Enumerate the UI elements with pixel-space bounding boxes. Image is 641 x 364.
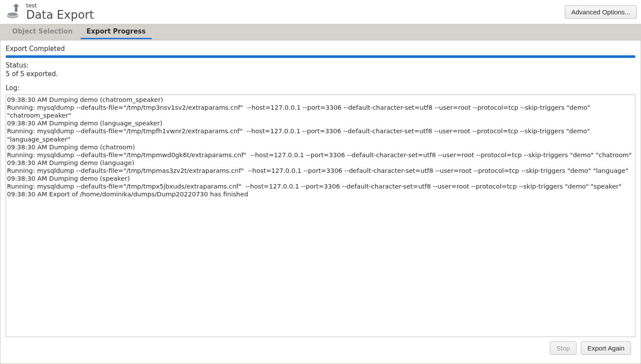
export-again-button[interactable]: Export Again bbox=[581, 341, 631, 355]
tab-export-progress[interactable]: Export Progress bbox=[80, 24, 153, 40]
svg-point-2 bbox=[8, 13, 17, 16]
stop-button[interactable]: Stop bbox=[550, 341, 577, 355]
status-label: Status: bbox=[6, 61, 635, 69]
data-export-window: test Data Export Advanced Options... Obj… bbox=[0, 0, 641, 364]
header: test Data Export Advanced Options... bbox=[0, 0, 641, 24]
export-icon bbox=[4, 3, 22, 20]
header-subtitle: test bbox=[26, 3, 560, 9]
page-title: Data Export bbox=[26, 9, 560, 21]
log-label: Log: bbox=[6, 84, 635, 92]
advanced-options-button[interactable]: Advanced Options... bbox=[565, 5, 637, 19]
status-value: 5 of 5 exported. bbox=[6, 70, 635, 78]
tab-object-selection[interactable]: Object Selection bbox=[5, 24, 80, 40]
header-titles: test Data Export bbox=[26, 3, 560, 21]
export-progress-panel: Export Completed Status: 5 of 5 exported… bbox=[0, 40, 641, 364]
log-textarea[interactable]: 09:38:30 AM Dumping demo (chatroom_speak… bbox=[6, 94, 635, 337]
progress-fill bbox=[6, 55, 635, 58]
footer-buttons: Stop Export Again bbox=[6, 337, 635, 358]
tab-bar: Object Selection Export Progress bbox=[0, 24, 641, 40]
progress-bar bbox=[6, 55, 635, 58]
progress-title: Export Completed bbox=[6, 45, 635, 53]
